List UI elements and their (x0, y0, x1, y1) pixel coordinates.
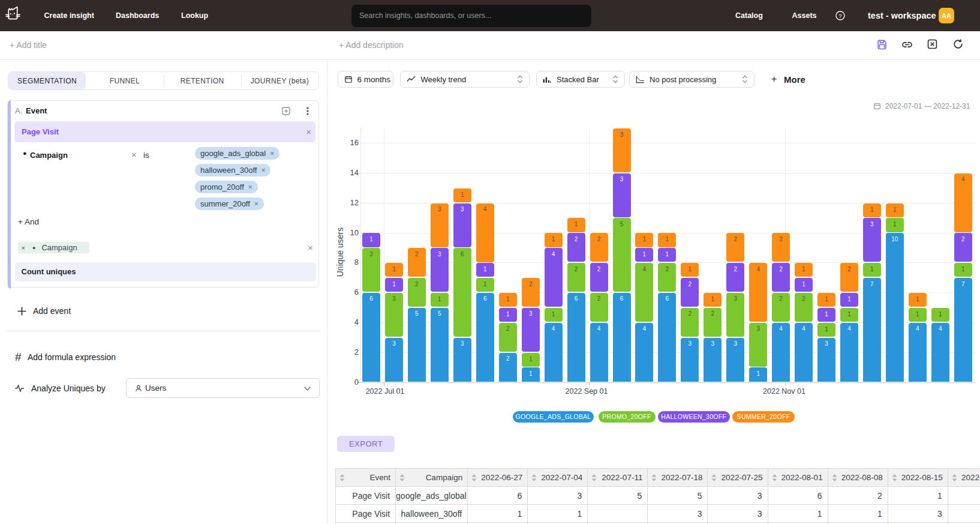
svg-text:?: ? (838, 13, 841, 19)
